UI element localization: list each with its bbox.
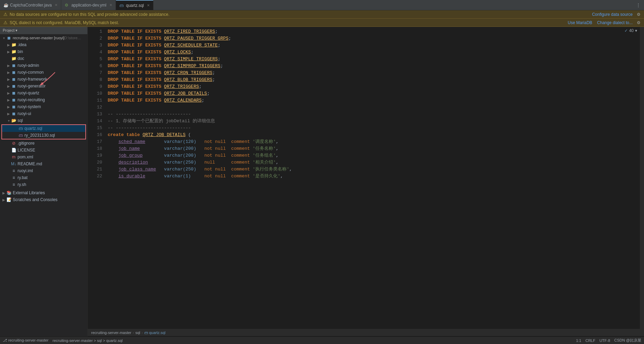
gitignore-icon: ⊘ [11, 140, 17, 146]
ln-6: 6 [88, 63, 102, 70]
sidebar-item-quartz-sql[interactable]: 🗃 quartz.sql [2, 125, 85, 132]
pom-label: pom.xml [18, 155, 33, 159]
sql-arrow: ▾ [6, 119, 11, 123]
folder-icon-bin: 📁 [11, 49, 17, 54]
sql-label: sql [18, 118, 23, 123]
sidebar-item-ruoyi-recruiting[interactable]: ▶ ◼ ruoyi-recruiting [0, 96, 87, 103]
tab-more-button[interactable]: ⋮ [633, 0, 644, 10]
sidebar-item-bin[interactable]: ▶ 📁 bin [0, 48, 87, 55]
tab-appdev-label: application-dev.yml [71, 3, 106, 8]
sidebar-item-readme[interactable]: M↓ README.md [0, 160, 87, 167]
sidebar-item-license[interactable]: 📄 LICENSE [0, 147, 87, 154]
folder-icon-idea: 📁 [11, 42, 17, 48]
sidebar-item-gitignore[interactable]: ⊘ .gitignore [0, 140, 87, 147]
ry-sh-label: ry.sh [18, 182, 26, 187]
scratches-label: Scratches and Consoles [13, 197, 57, 202]
sidebar-item-ry-sh[interactable]: ≡ ry.sh [0, 181, 87, 188]
bc-part-3[interactable]: 🗃 quartz.sql [144, 331, 165, 335]
ruoyi-admin-label: ruoyi-admin [18, 63, 39, 68]
warning-gear-1[interactable]: ⚙ [637, 12, 641, 17]
code-line-7: DROP TABLE IF EXISTS QRTZ_CRON_TRIGGERS; [108, 70, 640, 76]
ln-22: 22 [88, 173, 102, 180]
scratches-icon: 📝 [6, 197, 12, 202]
code-content[interactable]: DROP TABLE IF EXISTS QRTZ_FIRED_TRIGGERS… [105, 27, 640, 329]
root-path: D:\store... [64, 36, 81, 40]
bat-icon: ≡ [11, 175, 17, 180]
sidebar-item-scratches[interactable]: ▶ 📝 Scratches and Consoles [0, 196, 87, 203]
ln-11: 11 [88, 97, 102, 104]
sidebar-header: Project ▾ [0, 27, 87, 34]
sidebar-item-ruoyi-quartz[interactable]: ▶ ◼ ruoyi-quartz [0, 90, 87, 96]
sidebar-item-ruoyi-admin[interactable]: ▶ ◼ ruoyi-admin [0, 62, 87, 69]
sidebar-item-ruoyi-iml[interactable]: ≡ ruoyi.iml [0, 167, 87, 174]
sidebar-item-ruoyi-framework[interactable]: ▶ ◼ ruoyi-framework [0, 76, 87, 83]
status-position[interactable]: 1:1 [576, 338, 581, 343]
ruoyi-sys-label: ruoyi-system [18, 104, 41, 109]
sidebar-item-ry-bat[interactable]: ≡ ry.bat [0, 174, 87, 181]
tab-captcha[interactable]: ☕ CaptchaController.java ✕ [0, 0, 61, 10]
sidebar-item-sql[interactable]: ▾ 📂 sql [0, 117, 87, 124]
configure-datasource-link[interactable]: Configure data source [592, 12, 633, 17]
module-icon-sys: ◼ [11, 104, 17, 110]
status-branch[interactable]: ⎇ recruiting-server-master [3, 338, 49, 343]
sh-icon: ≡ [11, 182, 17, 187]
sidebar-item-ruoyi-ui[interactable]: ▶ ◼ ruoyi-ui [0, 110, 87, 117]
ry-sql-label: ry_20231130.sql [24, 133, 55, 138]
tab-quartz[interactable]: 🗃 quartz.sql ✕ [116, 0, 153, 10]
ln-17: 17 [88, 138, 102, 145]
java-file-icon: ☕ [3, 3, 8, 8]
folder-icon-doc: 📁 [11, 56, 17, 61]
bin-arrow: ▶ [6, 50, 11, 54]
status-breadcrumb[interactable]: recruiting-server-master > sql > quartz.… [53, 338, 123, 343]
ruoyi-ui-label: ruoyi-ui [18, 111, 31, 116]
sidebar-item-pom[interactable]: m pom.xml [0, 154, 87, 160]
sidebar-item-ruoyi-generator[interactable]: ▶ ◼ ruoyi-generator [0, 83, 87, 90]
warning-gear-2[interactable]: ⚙ [637, 20, 641, 25]
ext-libs-icon: 📚 [6, 190, 12, 196]
code-editor[interactable]: ✓ 40 ▾ 1 2 3 4 5 6 7 8 9 10 11 12 13 14 … [88, 27, 644, 329]
module-icon-fw: ◼ [11, 76, 17, 82]
sidebar-item-ruoyi-common[interactable]: ▶ ◼ ruoyi-common [0, 69, 87, 76]
zoom-checkmark: ✓ [624, 28, 628, 33]
status-right: 1:1 CRLF UTF-8 CSDN @比凉屋 [576, 338, 641, 343]
tab-captcha-label: CaptchaController.java [10, 3, 52, 8]
code-line-17: sched_name varchar(120) not null comment… [108, 138, 640, 145]
sidebar-item-doc[interactable]: 📁 doc [0, 55, 87, 62]
code-line-5: DROP TABLE IF EXISTS QRTZ_SIMPLE_TRIGGER… [108, 56, 640, 63]
status-encoding[interactable]: UTF-8 [599, 338, 610, 343]
sidebar-item-external-libs[interactable]: ▶ 📚 External Libraries [0, 189, 87, 196]
ext-libs-label: External Libraries [13, 190, 45, 195]
tab-appdev[interactable]: ⚙ application-dev.yml ✕ [61, 0, 116, 10]
sidebar-item-root[interactable]: ▾ ◼ recruiting-server-master [ruoyi] D:\… [0, 34, 87, 41]
bin-label: bin [18, 49, 23, 54]
sql-file-icon-active: 🗃 [119, 3, 124, 8]
readme-label: README.md [18, 161, 42, 166]
ln-20: 20 [88, 159, 102, 166]
gitignore-label: .gitignore [18, 141, 34, 146]
tab-captcha-close[interactable]: ✕ [55, 3, 57, 7]
iml-icon: ≡ [11, 168, 17, 174]
ln-13: 13 [88, 111, 102, 118]
sidebar-item-ry-sql[interactable]: 🗃 ry_20231130.sql [2, 132, 85, 139]
code-line-11: DROP TABLE IF EXISTS QRTZ_CALENDARS; [108, 97, 640, 104]
sidebar-item-ruoyi-system[interactable]: ▶ ◼ ruoyi-system [0, 103, 87, 110]
status-line-ending[interactable]: CRLF [586, 338, 595, 343]
tab-quartz-close[interactable]: ✕ [147, 3, 150, 7]
tab-bar: ☕ CaptchaController.java ✕ ⚙ application… [0, 0, 644, 10]
tab-appdev-close[interactable]: ✕ [109, 3, 112, 7]
bc-part-2[interactable]: sql [135, 331, 140, 335]
sidebar: Project ▾ ▾ ◼ recruiting-server-master [… [0, 27, 88, 336]
vertical-scrollbar[interactable] [640, 27, 644, 329]
breadcrumb-bar: recruiting-server-master › sql › 🗃 quart… [88, 329, 644, 336]
bc-sep-1: › [133, 331, 134, 335]
bc-sep-2: › [141, 331, 143, 335]
code-line-6: DROP TABLE IF EXISTS QRTZ_SIMPROP_TRIGGE… [108, 63, 640, 70]
scratches-arrow: ▶ [1, 198, 6, 202]
use-mariadb-link[interactable]: Use MariaDB [568, 20, 592, 25]
sidebar-item-idea[interactable]: ▶ 📁 .idea [0, 41, 87, 48]
zoom-chevron-down: ▾ [635, 28, 637, 33]
bc-part-1[interactable]: recruiting-server-master [91, 331, 131, 335]
change-dialect-link[interactable]: Change dialect to... [597, 20, 633, 25]
ln-4: 4 [88, 49, 102, 56]
root-label: recruiting-server-master [ruoyi] [13, 36, 64, 40]
